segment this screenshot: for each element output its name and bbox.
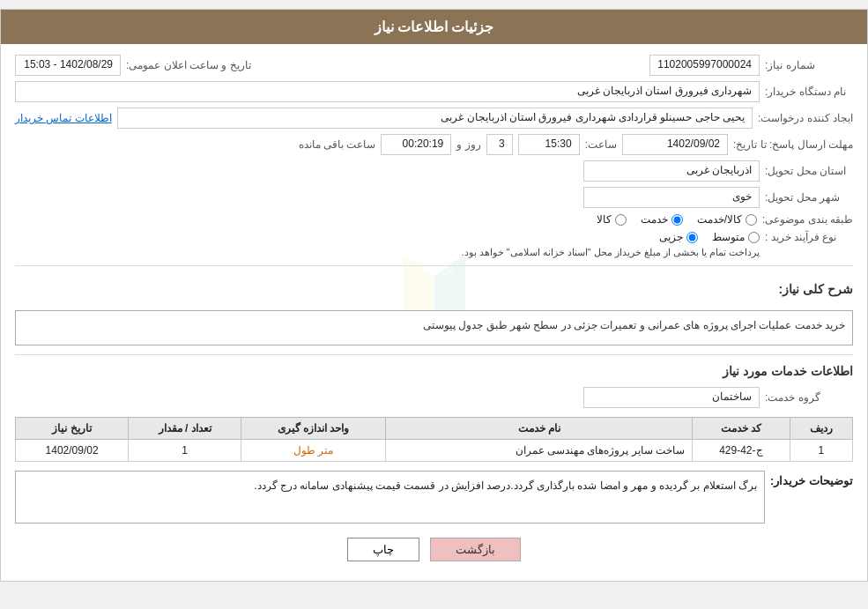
purchase-type-motovaset-label: متوسط xyxy=(712,231,745,243)
services-section-label: اطلاعات خدمات مورد نیاز xyxy=(15,364,853,382)
deadline-remaining: 00:20:19 xyxy=(381,134,451,155)
buyer-notes-value: برگ استعلام بر گردیده و مهر و امضا شده ب… xyxy=(15,471,765,524)
category-khadamat-label: خدمت xyxy=(641,213,668,226)
row-province: استان محل تحویل: اذربایجان غربی xyxy=(15,160,853,182)
purchase-type-label: نوع فرآیند خرید : xyxy=(765,231,853,243)
category-label: طبقه بندی موضوعی: xyxy=(762,213,853,226)
row-category: طبقه بندی موضوعی: کالا/خدمت خدمت کالا xyxy=(15,213,853,226)
deadline-date: 1402/09/02 xyxy=(622,134,728,155)
need-number-value: 1102005997000024 xyxy=(649,55,760,76)
category-khadamat-option[interactable]: خدمت xyxy=(641,213,683,226)
contact-link[interactable]: اطلاعات تماس خریدار xyxy=(15,112,112,124)
page-wrapper: 🔰 جزئیات اطلاعات نیاز شماره نیاز: 110200… xyxy=(0,9,868,582)
button-row: بازگشت چاپ xyxy=(15,538,853,561)
creator-label: ایجاد کننده درخواست: xyxy=(758,112,853,124)
main-content: شماره نیاز: 1102005997000024 تاریخ و ساع… xyxy=(1,44,867,581)
cell-name: ساخت سایر پروژه‌های مهندسی عمران xyxy=(386,440,693,462)
service-group-label: گروه خدمت: xyxy=(765,391,853,404)
category-kala-khadamat-label: کالا/خدمت xyxy=(697,213,742,226)
row-deadline: مهلت ارسال پاسخ: تا تاریخ: 1402/09/02 سا… xyxy=(15,134,853,155)
deadline-time: 15:30 xyxy=(518,134,580,155)
province-label: استان محل تحویل: xyxy=(765,165,853,177)
category-radio-group: کالا/خدمت خدمت کالا xyxy=(597,213,757,226)
cell-date: 1402/09/02 xyxy=(16,440,129,462)
purchase-type-jozyi-option[interactable]: جزیی xyxy=(659,231,698,243)
divider-1 xyxy=(15,265,853,266)
buyer-notes-label: توضیحات خریدار: xyxy=(770,471,853,487)
deadline-remaining-label: ساعت باقی مانده xyxy=(299,138,376,151)
services-table-section: ردیف کد خدمت نام خدمت واحد اندازه گیری ت… xyxy=(15,417,853,462)
row-creator: ایجاد کننده درخواست: یحیی حاجی حسینلو قر… xyxy=(15,108,853,129)
category-kala-khadamat-radio[interactable] xyxy=(746,214,757,226)
cell-unit: متر طول xyxy=(241,440,386,462)
back-button[interactable]: بازگشت xyxy=(430,538,521,561)
deadline-time-label: ساعت: xyxy=(585,138,617,151)
col-header-name: نام خدمت xyxy=(386,418,693,440)
row-need-number: شماره نیاز: 1102005997000024 تاریخ و ساع… xyxy=(15,55,853,76)
category-kala-radio[interactable] xyxy=(615,214,627,226)
col-header-code: کد خدمت xyxy=(693,418,790,440)
row-description: شرح کلی نیاز: xyxy=(15,273,853,305)
category-kala-khadamat-option[interactable]: کالا/خدمت xyxy=(697,213,757,226)
buyer-org-label: نام دستگاه خریدار: xyxy=(765,85,853,98)
col-header-unit: واحد اندازه گیری xyxy=(241,418,386,440)
deadline-label: مهلت ارسال پاسخ: تا تاریخ: xyxy=(733,138,853,151)
purchase-type-radio-group: متوسط جزیی xyxy=(461,231,760,243)
deadline-days: 3 xyxy=(486,134,513,155)
cell-qty: 1 xyxy=(129,440,241,462)
category-kala-label: کالا xyxy=(597,213,612,226)
services-table: ردیف کد خدمت نام خدمت واحد اندازه گیری ت… xyxy=(15,417,853,462)
cell-code: ج-42-429 xyxy=(693,440,790,462)
row-city: شهر محل تحویل: خوی xyxy=(15,187,853,208)
cell-index: 1 xyxy=(790,440,852,462)
service-group-value: ساختمان xyxy=(583,387,760,408)
need-number-label: شماره نیاز: xyxy=(765,59,853,71)
print-button[interactable]: چاپ xyxy=(347,538,419,561)
city-label: شهر محل تحویل: xyxy=(765,191,853,204)
col-header-qty: تعداد / مقدار xyxy=(129,418,241,440)
buyer-notes-row: توضیحات خریدار: برگ استعلام بر گردیده و … xyxy=(15,471,853,524)
row-purchase-type: نوع فرآیند خرید : متوسط جزیی پرداخت تمام… xyxy=(15,231,853,258)
divider-2 xyxy=(15,354,853,355)
col-header-index: ردیف xyxy=(790,418,852,440)
row-buyer-org: نام دستگاه خریدار: شهرداری فیرورق استان … xyxy=(15,81,853,102)
purchase-type-jozyi-radio[interactable] xyxy=(686,232,698,243)
buyer-org-value: شهرداری فیرورق استان اذربایجان غربی xyxy=(15,81,760,102)
col-header-date: تاریخ نیاز xyxy=(16,418,129,440)
announce-date-label: تاریخ و ساعت اعلان عمومی: xyxy=(126,59,251,71)
province-value: اذربایجان غربی xyxy=(583,160,760,182)
category-kala-option[interactable]: کالا xyxy=(597,213,627,226)
page-header: جزئیات اطلاعات نیاز xyxy=(1,10,867,44)
table-header-row: ردیف کد خدمت نام خدمت واحد اندازه گیری ت… xyxy=(16,418,853,440)
row-service-group: گروه خدمت: ساختمان xyxy=(15,387,853,408)
announce-date-value: 1402/08/29 - 15:03 xyxy=(15,55,121,76)
category-khadamat-radio[interactable] xyxy=(671,214,683,226)
description-value: خرید خدمت عملیات اجرای پروژه های عمرانی … xyxy=(15,310,853,345)
description-label: شرح کلی نیاز: xyxy=(779,282,853,300)
purchase-type-motovaset-option[interactable]: متوسط xyxy=(712,231,760,243)
table-row: 1 ج-42-429 ساخت سایر پروژه‌های مهندسی عم… xyxy=(16,440,853,462)
purchase-type-note: پرداخت تمام یا بخشی از مبلغ خریداز محل "… xyxy=(461,247,760,258)
creator-value: یحیی حاجی حسینلو قراردادی شهرداری فیرورق… xyxy=(117,108,753,129)
page-title: جزئیات اطلاعات نیاز xyxy=(375,19,494,34)
purchase-type-jozyi-label: جزیی xyxy=(659,231,683,243)
city-value: خوی xyxy=(583,187,760,208)
purchase-type-motovaset-radio[interactable] xyxy=(748,232,760,243)
deadline-days-label: روز و xyxy=(456,138,480,151)
purchase-type-options: متوسط جزیی پرداخت تمام یا بخشی از مبلغ خ… xyxy=(461,231,760,258)
